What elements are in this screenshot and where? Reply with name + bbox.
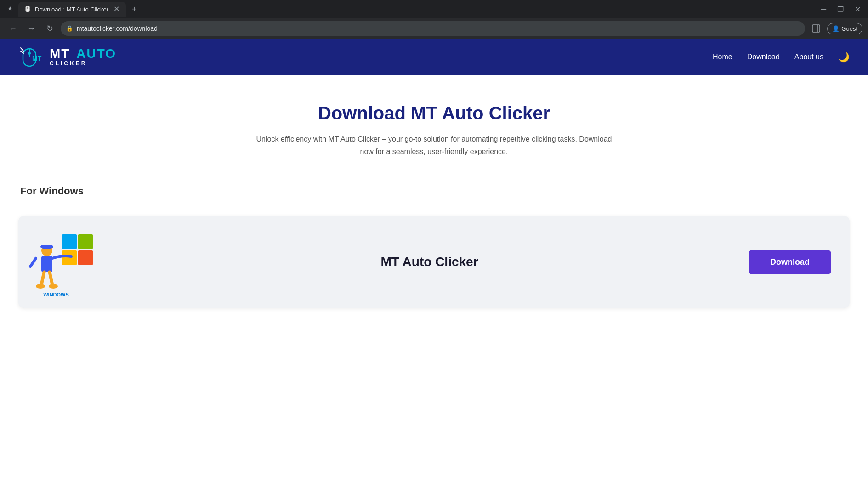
tab-switcher-button[interactable] [4,3,17,16]
nav-links: Home Download About us 🌙 [713,51,850,63]
svg-rect-0 [812,25,820,32]
site-logo[interactable]: MT MT AUTO CLICKER [18,43,116,71]
tab-title: Download : MT Auto Clicker [35,6,108,13]
svg-line-15 [41,272,44,285]
browser-addressbar: ← → ↻ 🔒 mtautoclicker.com/download 👤 Gue… [0,18,868,39]
nav-about-link[interactable]: About us [794,53,823,61]
svg-rect-8 [62,250,77,265]
dark-mode-toggle[interactable]: 🌙 [838,51,850,63]
section-divider [18,205,850,205]
page-hero: Download MT Auto Clicker Unlock efficien… [250,103,618,158]
card-product-name: MT Auto Clicker [129,255,730,269]
browser-chrome: 🖱️ Download : MT Auto Clicker ✕ + ─ ❐ ✕ … [0,0,868,39]
svg-text:MT: MT [32,55,42,62]
browser-titlebar: 🖱️ Download : MT Auto Clicker ✕ + ─ ❐ ✕ [0,0,868,18]
page-title: Download MT Auto Clicker [250,103,618,124]
address-bar[interactable]: 🔒 mtautoclicker.com/download [61,21,805,36]
profile-button[interactable]: 👤 Guest [827,23,862,34]
logo-clicker-text: CLICKER [50,60,116,67]
tab-close-button[interactable]: ✕ [112,5,120,13]
svg-rect-7 [78,234,93,249]
svg-point-4 [28,52,31,55]
svg-text:WINDOWS: WINDOWS [43,292,69,297]
windows-illustration-container: WINDOWS [28,225,110,299]
new-tab-button[interactable]: + [128,3,141,16]
window-controls: ─ ❐ ✕ [817,3,864,16]
download-button[interactable]: Download [749,250,831,274]
svg-point-17 [36,284,45,289]
svg-rect-9 [78,250,93,265]
site-navigation: MT MT AUTO CLICKER Home Download About u… [0,39,868,75]
minimize-button[interactable]: ─ [817,3,830,15]
logo-mt-text: MT AUTO [50,47,116,60]
website-content: MT MT AUTO CLICKER Home Download About u… [0,39,868,326]
active-tab[interactable]: 🖱️ Download : MT Auto Clicker ✕ [18,2,126,17]
logo-svg-icon: MT [18,43,46,71]
svg-rect-12 [41,245,52,247]
svg-line-16 [50,272,52,285]
windows-illustration-svg: WINDOWS [28,225,110,299]
svg-line-14 [30,258,36,267]
logo-text: MT AUTO CLICKER [50,47,116,67]
page-content: Download MT Auto Clicker Unlock efficien… [0,75,868,326]
restore-button[interactable]: ❐ [834,3,847,16]
forward-button[interactable]: → [24,21,39,36]
tab-strip: 🖱️ Download : MT Auto Clicker ✕ + [4,2,816,17]
back-button[interactable]: ← [6,21,20,36]
nav-home-link[interactable]: Home [713,53,732,61]
profile-icon: 👤 [832,25,840,32]
nav-download-link[interactable]: Download [747,53,780,61]
reload-button[interactable]: ↻ [42,21,57,36]
page-subtitle: Unlock efficiency with MT Auto Clicker –… [250,133,618,158]
section-label-windows: For Windows [18,185,850,197]
svg-rect-6 [62,234,77,249]
close-button[interactable]: ✕ [851,3,864,16]
tab-favicon: 🖱️ [24,6,31,13]
browser-extensions: 👤 Guest [809,21,862,36]
svg-point-18 [49,284,58,289]
browser-sidebar-button[interactable] [809,21,823,36]
svg-rect-13 [41,256,52,272]
windows-section: For Windows [18,185,850,308]
profile-label: Guest [841,25,857,32]
address-url-text: mtautoclicker.com/download [77,25,800,32]
download-card-windows: WINDOWS MT Auto Clicker Download [18,216,850,308]
security-lock-icon: 🔒 [66,25,73,32]
